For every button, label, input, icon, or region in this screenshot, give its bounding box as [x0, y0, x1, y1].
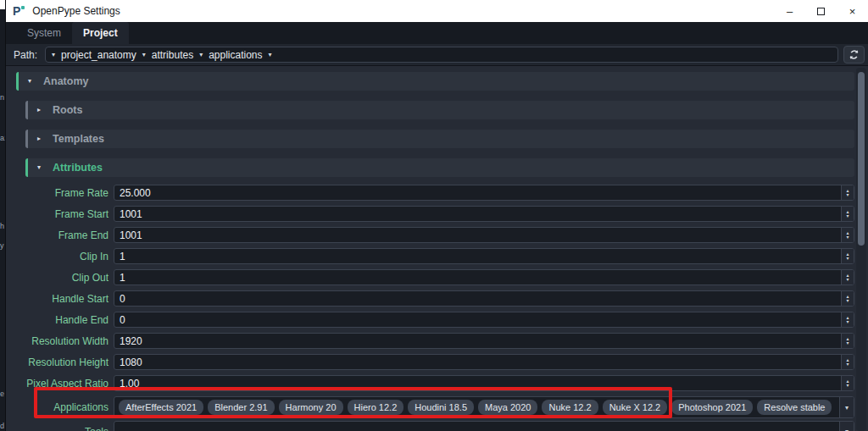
attribute-label: Resolution Width [6, 335, 108, 347]
spinbox-buttons[interactable]: ▴ ▾ [841, 185, 854, 200]
application-tag[interactable]: Photoshop 2021 [671, 400, 753, 415]
section-title: Anatomy [43, 75, 88, 87]
applications-multiselect[interactable]: AfterEffects 2021 Blender 2.91 Harmony 2… [114, 396, 854, 418]
chevron-down-icon[interactable]: ▾ [52, 52, 55, 58]
attribute-input[interactable]: 1920 ▴ ▾ [114, 333, 854, 349]
attribute-value: 0 [114, 312, 841, 327]
attribute-row: Frame End 1001 ▴ ▾ [6, 224, 868, 246]
attribute-input[interactable]: 1.00 ▴ ▾ [114, 375, 854, 391]
close-button[interactable]: × [837, 0, 868, 22]
screen: na1hyed P OpenPype Settings – × System P… [0, 0, 868, 431]
application-tag[interactable]: Maya 2020 [478, 400, 537, 415]
application-tag[interactable]: Blender 2.91 [208, 400, 274, 415]
spinbox-buttons[interactable]: ▴ ▾ [841, 312, 854, 327]
chevron-down-icon[interactable]: ▾ [199, 52, 203, 58]
spinbox-buttons[interactable]: ▴ ▾ [841, 228, 854, 242]
titlebar: P OpenPype Settings – × [6, 0, 868, 22]
attribute-value: 25.000 [114, 185, 841, 200]
chevron-down-icon[interactable]: ▾ [269, 52, 272, 58]
background-window-edge: na1hyed [0, 0, 6, 431]
attribute-input[interactable]: 1001 ▴ ▾ [114, 206, 854, 222]
window-title: OpenPype Settings [32, 5, 120, 17]
attribute-label: Handle End [6, 314, 108, 326]
spinbox-buttons[interactable]: ▴ ▾ [841, 270, 854, 285]
clipped-text-fragment: a1 [0, 134, 6, 142]
section-header-templates[interactable]: ▸ Templates [25, 130, 854, 148]
spinbox-buttons[interactable]: ▴ ▾ [841, 291, 854, 306]
attribute-input[interactable]: 1001 ▴ ▾ [114, 227, 854, 243]
breadcrumb-segment-project-anatomy[interactable]: project_anatomy [61, 49, 136, 61]
spinbox-buttons[interactable]: ▴ ▾ [841, 207, 854, 221]
spin-down-icon[interactable]: ▾ [846, 384, 849, 388]
application-tag[interactable]: Houdini 18.5 [408, 400, 474, 415]
spin-down-icon[interactable]: ▾ [846, 257, 849, 261]
clipped-text-fragment: h [0, 222, 4, 230]
spin-down-icon[interactable]: ▾ [846, 320, 849, 324]
expanded-icon: ▾ [25, 78, 34, 85]
breadcrumb-segment-applications[interactable]: applications [209, 49, 262, 61]
clipped-text-fragment: n [0, 93, 4, 102]
breadcrumb-segment-attributes[interactable]: attributes [152, 49, 193, 61]
tools-row: Tools ▾ [6, 421, 868, 431]
applications-dropdown-button[interactable]: ▾ [839, 397, 854, 417]
scrollbar-thumb[interactable] [858, 72, 865, 246]
chevron-down-icon[interactable]: ▾ [142, 52, 146, 58]
tools-multiselect[interactable]: ▾ [114, 421, 854, 431]
section-header-roots[interactable]: ▸ Roots [25, 101, 854, 119]
spin-down-icon[interactable]: ▾ [846, 278, 849, 282]
applications-tags: AfterEffects 2021 Blender 2.91 Harmony 2… [114, 397, 839, 417]
attribute-input[interactable]: 1080 ▴ ▾ [114, 354, 854, 370]
attribute-row: Frame Start 1001 ▴ ▾ [6, 203, 868, 224]
tab-system[interactable]: System [16, 22, 72, 44]
attribute-value: 1.00 [114, 376, 841, 390]
attribute-label: Frame Start [6, 208, 108, 220]
attribute-label: Handle Start [6, 293, 108, 305]
attribute-input[interactable]: 1 ▴ ▾ [114, 269, 854, 285]
attribute-input[interactable]: 0 ▴ ▾ [114, 290, 854, 307]
section-header-anatomy[interactable]: ▾ Anatomy [16, 72, 854, 91]
tools-dropdown-button[interactable]: ▾ [839, 422, 854, 431]
path-label: Path: [14, 49, 37, 61]
spinbox-buttons[interactable]: ▴ ▾ [841, 355, 854, 369]
attribute-value: 1 [114, 249, 841, 263]
spinbox-buttons[interactable]: ▴ ▾ [841, 334, 854, 348]
spin-down-icon[interactable]: ▾ [846, 299, 849, 303]
attribute-label: Frame Rate [6, 187, 108, 199]
vertical-scrollbar[interactable] [856, 68, 866, 431]
applications-row: Applications AfterEffects 2021 Blender 2… [6, 394, 868, 421]
maximize-button[interactable] [805, 0, 837, 22]
clipped-text-fragment: d [0, 422, 4, 430]
path-toolbar: Path: ▾ project_anatomy ▾ attributes ▾ a… [6, 44, 868, 66]
spin-down-icon[interactable]: ▾ [846, 341, 849, 345]
minimize-button[interactable]: – [774, 0, 805, 22]
attribute-row: Resolution Height 1080 ▴ ▾ [6, 351, 868, 373]
spin-down-icon[interactable]: ▾ [846, 362, 849, 367]
attribute-row: Handle End 0 ▴ ▾ [6, 309, 868, 330]
section-title: Roots [53, 104, 82, 116]
section-header-attributes[interactable]: ▾ Attributes [25, 158, 854, 177]
attribute-label: Frame End [6, 229, 108, 241]
tab-project[interactable]: Project [72, 22, 129, 44]
breadcrumb[interactable]: ▾ project_anatomy ▾ attributes ▾ applica… [45, 47, 838, 63]
spinbox-buttons[interactable]: ▴ ▾ [841, 249, 854, 263]
spin-down-icon[interactable]: ▾ [846, 214, 849, 218]
application-tag[interactable]: Resolve stable [757, 400, 832, 415]
refresh-button[interactable] [843, 46, 865, 64]
application-tag[interactable]: AfterEffects 2021 [119, 400, 203, 415]
section-title: Attributes [53, 162, 103, 174]
attribute-input[interactable]: 25.000 ▴ ▾ [114, 185, 854, 201]
attribute-row: Clip Out 1 ▴ ▾ [6, 267, 868, 288]
application-tag[interactable]: Harmony 20 [279, 400, 343, 415]
maximize-icon [817, 8, 825, 15]
spinbox-buttons[interactable]: ▴ ▾ [841, 376, 854, 390]
attribute-value: 1001 [114, 228, 841, 242]
attribute-input[interactable]: 1 ▴ ▾ [114, 248, 854, 264]
spin-down-icon[interactable]: ▾ [846, 193, 849, 197]
application-tag[interactable]: Hiero 12.2 [348, 400, 404, 415]
application-tag[interactable]: Nuke 12.2 [542, 400, 598, 415]
spin-down-icon[interactable]: ▾ [846, 235, 849, 240]
attribute-row: Resolution Width 1920 ▴ ▾ [6, 330, 868, 351]
expanded-icon: ▾ [35, 164, 43, 171]
application-tag[interactable]: Nuke X 12.2 [603, 400, 668, 415]
attribute-input[interactable]: 0 ▴ ▾ [114, 312, 854, 328]
